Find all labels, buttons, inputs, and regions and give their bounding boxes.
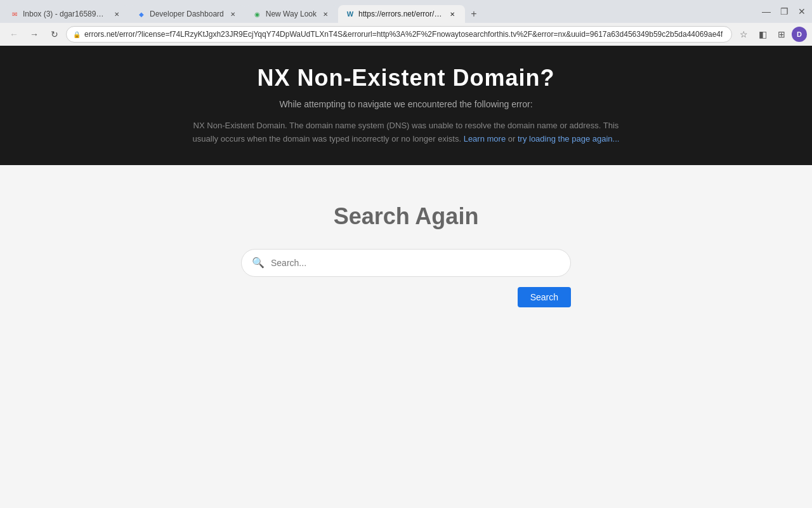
tab-errors[interactable]: W https://errors.net/error/?licens... ✕ [338, 5, 465, 23]
browser-chrome: ✉ Inbox (3) - dgar16589@gmail.co... ✕ ◆ … [0, 0, 812, 46]
lock-icon: 🔒 [73, 31, 81, 38]
url-text: errors.net/error/?license=f74LRzyKtJgxh2… [84, 30, 723, 39]
bookmark-star-icon[interactable]: ☆ [735, 25, 752, 43]
forward-button[interactable]: → [25, 25, 43, 43]
search-input[interactable] [271, 258, 560, 268]
layout-icon[interactable]: ⊞ [773, 25, 790, 43]
error-description: NX Non-Existent Domain. The domain name … [184, 119, 628, 146]
tab-gmail-close-icon[interactable]: ✕ [112, 9, 122, 19]
extensions-icon[interactable]: ◧ [754, 25, 771, 43]
search-button-row: Search [241, 287, 571, 307]
profile-avatar[interactable]: D [792, 27, 807, 42]
address-bar: ← → ↻ 🔒 errors.net/error/?license=f74LRz… [0, 23, 812, 46]
close-window-button[interactable]: ✕ [794, 4, 809, 19]
search-icon: 🔍 [252, 257, 265, 269]
or-text: or [508, 134, 518, 144]
new-tab-button[interactable]: + [465, 5, 483, 23]
tab-newwaylook-title: New Way Look [266, 10, 317, 18]
back-button[interactable]: ← [5, 25, 23, 43]
refresh-button[interactable]: ↻ [46, 25, 63, 43]
tab-developer[interactable]: ◆ Developer Dashboard ✕ [129, 5, 246, 23]
maximize-button[interactable]: ❐ [776, 4, 792, 19]
tab-developer-close-icon[interactable]: ✕ [228, 9, 238, 19]
minimize-button[interactable]: — [759, 4, 774, 19]
favicon-dev-icon: ◆ [137, 10, 146, 18]
tab-gmail[interactable]: ✉ Inbox (3) - dgar16589@gmail.co... ✕ [3, 5, 129, 23]
window-controls: — ❐ ✕ [759, 4, 809, 19]
error-title: NX Non-Existent Domain? [25, 65, 787, 91]
learn-more-link[interactable]: Learn more [464, 134, 506, 144]
tab-developer-title: Developer Dashboard [150, 10, 224, 18]
favicon-gmail-icon: ✉ [10, 10, 19, 18]
error-header: NX Non-Existent Domain? While attempting… [0, 46, 812, 165]
tab-bar: ✉ Inbox (3) - dgar16589@gmail.co... ✕ ◆ … [0, 0, 812, 23]
search-box-container: 🔍 [241, 249, 571, 277]
tab-gmail-title: Inbox (3) - dgar16589@gmail.co... [23, 10, 108, 18]
search-again-title: Search Again [334, 203, 479, 230]
tab-errors-title: https://errors.net/error/?licens... [358, 10, 443, 18]
address-bar-right: ☆ ◧ ⊞ D [735, 25, 807, 43]
main-content: Search Again 🔍 Search [0, 165, 812, 333]
search-button[interactable]: Search [518, 287, 571, 307]
error-subtitle: While attempting to navigate we encounte… [25, 99, 787, 109]
try-loading-link[interactable]: try loading the page again... [518, 134, 619, 144]
tab-newwaylook-close-icon[interactable]: ✕ [320, 9, 331, 19]
url-bar[interactable]: 🔒 errors.net/error/?license=f74LRzyKtJgx… [66, 26, 732, 43]
favicon-newwaylook-icon: ◉ [253, 10, 262, 18]
tab-errors-close-icon[interactable]: ✕ [447, 9, 457, 19]
tab-newwaylook[interactable]: ◉ New Way Look ✕ [246, 5, 338, 23]
favicon-errors-icon: W [346, 10, 355, 18]
